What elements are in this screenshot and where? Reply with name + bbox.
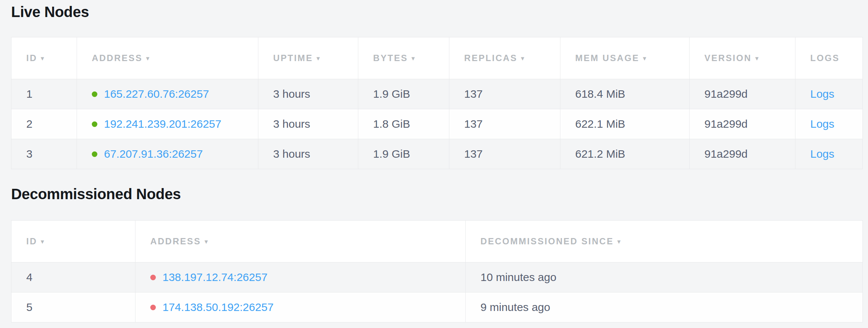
node-id-cell: 4 (11, 262, 135, 292)
node-replicas-cell: 137 (449, 109, 560, 139)
node-address-cell: 165.227.60.76:26257 (77, 79, 258, 109)
column-header-uptime[interactable]: UPTIME▾ (258, 37, 358, 79)
sort-arrow-icon: ▾ (41, 238, 44, 245)
node-address-link[interactable]: 174.138.50.192:26257 (162, 301, 274, 313)
node-id-cell: 5 (11, 292, 135, 322)
column-label: ADDRESS (92, 53, 143, 63)
live-nodes-body: 1165.227.60.76:262573 hours1.9 GiB137618… (11, 79, 863, 169)
table-row: 4138.197.12.74:2625710 minutes ago (11, 262, 863, 292)
node-id-cell: 1 (11, 79, 77, 109)
decommissioned-status-dot-icon (150, 275, 156, 280)
node-decommissioned-since-cell: 9 minutes ago (466, 292, 863, 322)
node-version-cell: 91a299d (690, 79, 795, 109)
table-row: 1165.227.60.76:262573 hours1.9 GiB137618… (11, 79, 863, 109)
table-row: 367.207.91.36:262573 hours1.9 GiB137621.… (11, 139, 863, 169)
live-nodes-title: Live Nodes (11, 3, 862, 21)
node-version-cell: 91a299d (690, 109, 795, 139)
live-status-dot-icon (92, 121, 97, 127)
column-label: ID (26, 236, 37, 246)
table-row: 5174.138.50.192:262579 minutes ago (11, 292, 863, 322)
node-replicas-cell: 137 (449, 79, 560, 109)
column-header-address[interactable]: ADDRESS▾ (77, 37, 258, 79)
sort-arrow-icon: ▾ (41, 55, 44, 62)
node-replicas-cell: 137 (449, 139, 560, 169)
node-bytes-cell: 1.9 GiB (358, 139, 449, 169)
node-address-cell: 67.207.91.36:26257 (77, 139, 258, 169)
live-nodes-table: ID▾ADDRESS▾UPTIME▾BYTES▾REPLICAS▾MEM USA… (11, 37, 863, 169)
node-uptime-cell: 3 hours (258, 139, 358, 169)
column-header-id[interactable]: ID▾ (11, 221, 135, 262)
node-mem-usage-cell: 621.2 MiB (560, 139, 690, 169)
column-label: ADDRESS (150, 236, 201, 246)
node-address-cell: 174.138.50.192:26257 (135, 292, 466, 322)
node-decommissioned-since-cell: 10 minutes ago (466, 262, 863, 292)
node-mem-usage-cell: 618.4 MiB (560, 79, 690, 109)
table-row: 2192.241.239.201:262573 hours1.8 GiB1376… (11, 109, 863, 139)
decommissioned-nodes-table: ID▾ADDRESS▾DECOMMISSIONED SINCE▾ 4138.19… (11, 220, 863, 322)
node-logs-cell: Logs (795, 79, 863, 109)
node-address-link[interactable]: 192.241.239.201:26257 (104, 118, 221, 130)
sort-arrow-icon: ▾ (205, 238, 208, 245)
column-label: BYTES (373, 53, 408, 63)
node-address-link[interactable]: 165.227.60.76:26257 (104, 88, 209, 100)
column-label: REPLICAS (464, 53, 517, 63)
logs-link[interactable]: Logs (810, 118, 834, 130)
live-status-dot-icon (92, 151, 97, 157)
sort-arrow-icon: ▾ (146, 55, 149, 62)
node-logs-cell: Logs (795, 109, 863, 139)
live-nodes-header-row: ID▾ADDRESS▾UPTIME▾BYTES▾REPLICAS▾MEM USA… (11, 37, 863, 79)
column-header-version[interactable]: VERSION▾ (690, 37, 795, 79)
column-header-replicas[interactable]: REPLICAS▾ (449, 37, 560, 79)
column-label: ID (26, 53, 37, 63)
sort-arrow-icon: ▾ (316, 55, 319, 62)
node-bytes-cell: 1.9 GiB (358, 79, 449, 109)
node-id-cell: 2 (11, 109, 77, 139)
sort-arrow-icon: ▾ (521, 55, 524, 62)
node-id-cell: 3 (11, 139, 77, 169)
decommissioned-nodes-title: Decommissioned Nodes (11, 185, 862, 203)
decommissioned-status-dot-icon (150, 305, 156, 310)
logs-link[interactable]: Logs (810, 148, 834, 160)
node-uptime-cell: 3 hours (258, 109, 358, 139)
node-address-link[interactable]: 67.207.91.36:26257 (104, 148, 203, 160)
sort-arrow-icon: ▾ (617, 238, 620, 245)
live-status-dot-icon (92, 91, 97, 97)
column-label: UPTIME (273, 53, 313, 63)
node-version-cell: 91a299d (690, 139, 795, 169)
column-header-bytes[interactable]: BYTES▾ (358, 37, 449, 79)
logs-link[interactable]: Logs (810, 88, 834, 100)
decommissioned-nodes-header-row: ID▾ADDRESS▾DECOMMISSIONED SINCE▾ (11, 221, 863, 262)
column-label: VERSION (704, 53, 752, 63)
column-header-id[interactable]: ID▾ (11, 37, 77, 79)
node-uptime-cell: 3 hours (258, 79, 358, 109)
sort-arrow-icon: ▾ (643, 55, 646, 62)
node-logs-cell: Logs (795, 139, 863, 169)
column-header-logs: LOGS (795, 37, 863, 79)
node-address-cell: 138.197.12.74:26257 (135, 262, 466, 292)
column-label: LOGS (810, 53, 839, 63)
decommissioned-nodes-body: 4138.197.12.74:2625710 minutes ago5174.1… (11, 262, 863, 322)
column-header-decommissioned-since[interactable]: DECOMMISSIONED SINCE▾ (466, 221, 863, 262)
node-address-link[interactable]: 138.197.12.74:26257 (162, 271, 268, 283)
nodes-page: Live Nodes ID▾ADDRESS▾UPTIME▾BYTES▾REPLI… (0, 0, 868, 322)
column-header-mem-usage[interactable]: MEM USAGE▾ (560, 37, 690, 79)
node-mem-usage-cell: 622.1 MiB (560, 109, 690, 139)
node-bytes-cell: 1.8 GiB (358, 109, 449, 139)
sort-arrow-icon: ▾ (755, 55, 758, 62)
column-header-address[interactable]: ADDRESS▾ (135, 221, 466, 262)
node-address-cell: 192.241.239.201:26257 (77, 109, 258, 139)
sort-arrow-icon: ▾ (412, 55, 415, 62)
column-label: DECOMMISSIONED SINCE (480, 236, 614, 246)
column-label: MEM USAGE (575, 53, 639, 63)
